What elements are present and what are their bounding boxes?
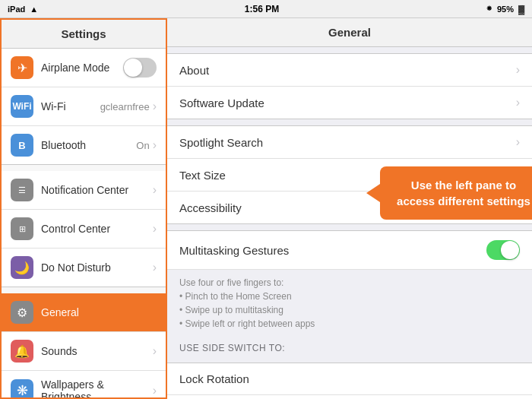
spotlight-chevron: ›: [516, 135, 520, 149]
sidebar-item-general[interactable]: ⚙ General: [2, 293, 166, 332]
wifi-chevron: ›: [153, 100, 157, 113]
sidebar-item-donotdisturb[interactable]: 🌙 Do Not Disturb ›: [2, 249, 166, 287]
sidebar-title: Settings: [2, 20, 166, 49]
control-chevron: ›: [153, 222, 157, 236]
sounds-icon: 🔔: [11, 340, 33, 363]
spotlight-label: Spotlight Search: [179, 136, 516, 149]
general-icon: ⚙: [11, 301, 33, 324]
sidebar-item-control-label: Control Center: [41, 223, 153, 235]
airplane-toggle-knob: [124, 59, 142, 77]
wifi-icon: ▲: [30, 5, 38, 14]
right-pane-title: General: [167, 18, 532, 47]
right-pane: General About › Software Update › Spotli…: [167, 18, 532, 399]
sidebar-item-donotdisturb-label: Do Not Disturb: [41, 261, 153, 274]
lock-rotation-label: Lock Rotation: [179, 372, 520, 385]
right-item-mute[interactable]: Mute ✓: [167, 395, 532, 399]
software-update-chevron: ›: [516, 96, 520, 109]
sidebar-item-general-label: General: [41, 306, 157, 318]
sidebar-item-control[interactable]: ⊞ Control Center ›: [2, 210, 166, 249]
main-container: Settings ✈ Airplane Mode WiFi Wi-Fi gcle…: [0, 18, 532, 399]
side-switch-label: USE SIDE SWITCH TO:: [167, 337, 532, 356]
battery-level: 95%: [497, 5, 514, 14]
notification-chevron: ›: [153, 183, 157, 197]
sidebar-group-2: ☰ Notification Center › ⊞ Control Center…: [2, 171, 166, 287]
sidebar-item-notification-label: Notification Center: [41, 184, 153, 196]
right-group-3: Lock Rotation Mute ✓: [167, 363, 532, 399]
battery-icon: ▓: [518, 5, 524, 14]
sounds-chevron: ›: [153, 344, 157, 358]
sidebar-item-wallpaper[interactable]: ❋ Wallpapers & Brightness ›: [2, 371, 166, 399]
wallpaper-icon: ❋: [11, 379, 33, 399]
sidebar-item-airplane-label: Airplane Mode: [41, 62, 123, 74]
sidebar-item-notification[interactable]: ☰ Notification Center ›: [2, 171, 166, 210]
tooltip: Use the left pane to access different se…: [380, 166, 532, 220]
multitasking-info: Use four or five fingers to: • Pinch to …: [167, 270, 532, 337]
sidebar-group-1: ✈ Airplane Mode WiFi Wi-Fi gclearnfree ›…: [2, 49, 166, 165]
airplane-icon: ✈: [11, 56, 33, 79]
right-item-about[interactable]: About ›: [167, 54, 532, 87]
right-item-software-update[interactable]: Software Update ›: [167, 87, 532, 119]
sidebar-item-sounds-label: Sounds: [41, 345, 153, 357]
sidebar-item-airplane[interactable]: ✈ Airplane Mode: [2, 49, 166, 87]
control-icon: ⊞: [11, 217, 33, 240]
multitasking-toggle[interactable]: [486, 240, 520, 260]
software-update-label: Software Update: [179, 97, 516, 109]
sidebar-group-3: ⚙ General 🔔 Sounds › ❋ Wallpapers & Brig…: [2, 293, 166, 399]
multitasking-toggle-knob: [501, 241, 519, 259]
bluetooth-value: On: [136, 140, 149, 151]
tooltip-text: Use the left pane to access different se…: [397, 179, 530, 207]
status-time: 1:56 PM: [245, 4, 279, 14]
bluetooth-chevron: ›: [153, 138, 157, 152]
right-item-lock-rotation[interactable]: Lock Rotation: [167, 363, 532, 395]
wifi-icon: WiFi: [11, 95, 33, 118]
right-group-1: About › Software Update ›: [167, 53, 532, 119]
sidebar-item-bluetooth[interactable]: B Bluetooth On ›: [2, 126, 166, 164]
multitasking-label: Multitasking Gestures: [179, 244, 486, 257]
status-ipad: iPad: [8, 5, 25, 14]
about-chevron: ›: [516, 63, 520, 77]
airplane-toggle[interactable]: [123, 58, 157, 78]
donotdisturb-chevron: ›: [153, 261, 157, 274]
wifi-value: gclearnfree: [100, 101, 150, 112]
sidebar-item-bluetooth-label: Bluetooth: [41, 139, 136, 151]
right-item-spotlight[interactable]: Spotlight Search ›: [167, 126, 532, 159]
sidebar-item-wallpaper-label: Wallpapers & Brightness: [41, 378, 153, 399]
multitasking-row: Multitasking Gestures: [167, 230, 532, 270]
status-bar: iPad ▲ 1:56 PM ⁕ 95% ▓: [0, 0, 532, 18]
bluetooth-icon: ⁕: [486, 4, 492, 14]
bluetooth-icon: B: [11, 134, 33, 157]
status-left: iPad ▲: [8, 5, 38, 14]
sidebar: Settings ✈ Airplane Mode WiFi Wi-Fi gcle…: [0, 18, 167, 399]
donotdisturb-icon: 🌙: [11, 256, 33, 279]
sidebar-item-sounds[interactable]: 🔔 Sounds ›: [2, 332, 166, 371]
status-right: ⁕ 95% ▓: [486, 4, 524, 14]
about-label: About: [179, 64, 516, 77]
sidebar-item-wifi-label: Wi-Fi: [41, 100, 100, 112]
wallpaper-chevron: ›: [153, 384, 157, 397]
tooltip-arrow: [366, 184, 380, 202]
sidebar-item-wifi[interactable]: WiFi Wi-Fi gclearnfree ›: [2, 87, 166, 126]
notification-icon: ☰: [11, 179, 33, 201]
